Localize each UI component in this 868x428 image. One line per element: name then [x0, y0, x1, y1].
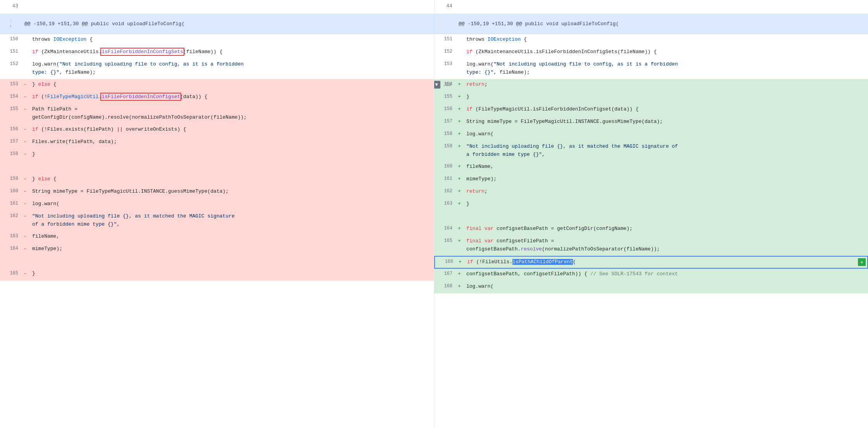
right-row-162: 162 + return; — [434, 186, 868, 198]
left-top-line-num: 43 — [0, 0, 21, 14]
right-row-157: 157 + String mimeType = FileTypeMagicUti… — [434, 116, 868, 129]
diff-left: 150 throws IOException { 151 if (ZkMaint… — [0, 34, 434, 428]
right-row-151: 151 throws IOException { — [434, 34, 868, 47]
right-row-154: + ▼ .53 154 + return; — [434, 79, 868, 91]
right-row-158: 158 + log.warn( — [434, 129, 868, 141]
left-row-156: 156 - if (!Files.exists(filePath) || ove… — [0, 124, 434, 136]
right-row-156: 156 + if (FileTypeMagicUtil.isFileForbid… — [434, 104, 868, 116]
left-row-162: 162 - "Not including uploading file {}, … — [0, 211, 434, 231]
right-row-164: 164 + final var configsetBasePath = getC… — [434, 223, 868, 236]
right-row-167: 167 + configsetBasePath, configsetFilePa… — [434, 269, 868, 281]
right-row-160: 160 + fileName, — [434, 161, 868, 174]
context-text-left: @@ -150,19 +151,30 @@ public void upload… — [21, 19, 434, 28]
right-row-152: 152 if (ZkMaintenanceUtils.isFileForbidd… — [434, 47, 868, 59]
right-row-165: 165 + final var configsetFilePath = conf… — [434, 236, 868, 256]
right-top-line-num: 44 — [434, 0, 455, 14]
left-row-153: 153 - } else { — [0, 79, 434, 91]
expand-up-icon[interactable]: ⋮ — [9, 19, 13, 23]
left-row-159: 159 - } else { — [0, 174, 434, 186]
left-row-160: 160 - String mimeType = FileTypeMagicUti… — [0, 186, 434, 198]
left-row-157: 157 - Files.write(filePath, data); — [0, 136, 434, 149]
right-row-155: 155 + } — [434, 91, 868, 104]
left-row-empty2 — [0, 256, 434, 268]
diff-right: 151 throws IOException { 152 if (ZkMaint… — [434, 34, 868, 428]
left-row-163: 163 - fileName, — [0, 231, 434, 243]
left-row-165: 165 - } — [0, 268, 434, 281]
right-row-163: 163 + } — [434, 198, 868, 211]
left-row-161: 161 - log.warn( — [0, 198, 434, 211]
diff-container: 43 44 ⋮ ↑ @@ -150,19 +151,30 @@ public v… — [0, 0, 868, 428]
right-row-168: 168 + log.warn( — [434, 281, 868, 293]
left-row-164: 164 - mimeType); — [0, 243, 434, 256]
expand-down-icon[interactable]: ↑ — [9, 24, 12, 29]
right-row-159: 159 + "Not including uploading file {}, … — [434, 141, 868, 161]
right-add-button[interactable]: + — [858, 258, 866, 266]
left-row-empty1 — [0, 161, 434, 174]
left-row-154: 154 - if (!FileTypeMagicUtil.isFileForbi… — [0, 91, 434, 104]
right-row-153: 153 log.warn("Not including uploading fi… — [434, 59, 868, 79]
left-row-152: 152 log.warn("Not including uploading fi… — [0, 59, 434, 79]
left-row-151: 151 if (ZkMaintenanceUtils.isFileForbidd… — [0, 47, 434, 59]
context-text-right: @@ -150,19 +151,30 @@ public void upload… — [455, 19, 868, 28]
diff-body: 150 throws IOException { 151 if (ZkMaint… — [0, 34, 868, 428]
left-row-158: 158 - } — [0, 149, 434, 161]
expand-line-button[interactable]: ▼ — [434, 81, 440, 88]
left-row-155: 155 - Path filePath = getConfigDir(confi… — [0, 104, 434, 124]
right-row-166: 166 + if (!FileUtils.isPathAChildOfParen… — [434, 256, 868, 269]
right-row-empty1 — [434, 211, 868, 223]
diff-context-header: ⋮ ↑ @@ -150,19 +151,30 @@ public void up… — [0, 14, 868, 34]
right-row-161: 161 + mimeType); — [434, 174, 868, 186]
left-row-150: 150 throws IOException { — [0, 34, 434, 47]
